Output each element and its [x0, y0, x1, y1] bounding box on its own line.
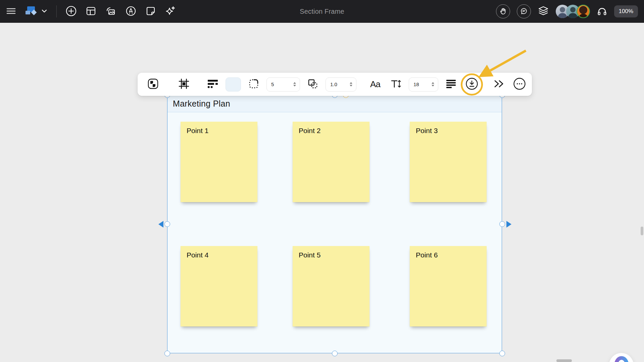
frame-button[interactable] — [176, 76, 192, 93]
comments-icon — [520, 7, 528, 16]
text-size-icon — [391, 79, 401, 90]
add-frame-left-arrow[interactable] — [158, 221, 163, 228]
text-size-button[interactable] — [388, 76, 404, 93]
board-switcher[interactable] — [25, 5, 48, 17]
double-chevron-right-icon — [493, 79, 504, 89]
border-style-button[interactable] — [246, 76, 262, 93]
note-label: Point 2 — [299, 127, 320, 134]
section-style-icon — [147, 78, 159, 90]
hand-icon — [499, 7, 507, 16]
app-logo — [25, 5, 38, 17]
resize-handle-bottom-right[interactable] — [499, 351, 505, 356]
send-to-back-button[interactable] — [464, 76, 480, 93]
stepper-down-icon[interactable] — [293, 85, 296, 86]
note-label: Point 4 — [187, 251, 208, 259]
topbar-right-tools: 100% — [496, 0, 638, 23]
media-icon — [105, 5, 116, 18]
border-width-input[interactable] — [267, 81, 293, 87]
fill-style-button[interactable] — [205, 76, 221, 93]
templates-icon — [86, 6, 96, 17]
text-align-button[interactable] — [443, 76, 459, 93]
add-frame-right-arrow[interactable] — [506, 221, 511, 228]
resize-handle-bottom-left[interactable] — [164, 351, 170, 356]
note-label: Point 6 — [416, 251, 438, 259]
more-options-button[interactable] — [511, 76, 528, 93]
border-width-stepper[interactable] — [266, 77, 300, 92]
hand-tool-button[interactable] — [496, 4, 510, 18]
zoom-level-button[interactable]: 100% — [614, 5, 638, 17]
stepper-up-icon[interactable] — [432, 82, 434, 84]
fill-color-swatch[interactable] — [226, 77, 241, 92]
topbar-left-tools — [6, 0, 176, 23]
font-icon: Aa — [370, 79, 380, 89]
sticky-note[interactable]: Point 3 — [410, 122, 487, 202]
copies-button[interactable] — [305, 76, 321, 93]
sticky-note[interactable]: Point 1 — [181, 122, 257, 202]
stepper-down-icon[interactable] — [432, 85, 434, 86]
avatar[interactable] — [577, 5, 590, 18]
resize-handle-mid-left[interactable] — [164, 221, 170, 227]
app-topbar: Section Frame — [0, 0, 644, 23]
topbar-divider — [56, 5, 57, 17]
media-button[interactable] — [105, 5, 116, 18]
add-content-button[interactable] — [65, 5, 77, 18]
opera-logo-icon — [613, 355, 630, 362]
audio-button[interactable] — [597, 6, 607, 17]
frame-title[interactable]: Marketing Plan — [173, 99, 230, 109]
sticky-note[interactable]: Point 6 — [410, 246, 487, 326]
menu-icon — [6, 6, 16, 17]
stepper-arrows[interactable] — [350, 82, 352, 86]
opacity-input[interactable] — [326, 81, 350, 87]
more-icon — [513, 77, 526, 92]
browser-overlay-button[interactable] — [609, 353, 634, 362]
section-style-button[interactable] — [145, 76, 161, 93]
canvas[interactable]: Aa — [0, 23, 644, 362]
comments-button[interactable] — [517, 4, 531, 18]
note-label: Point 3 — [416, 127, 438, 134]
sticky-note[interactable]: Point 4 — [181, 246, 257, 326]
text-align-icon — [446, 79, 456, 89]
ai-sparkle-icon — [165, 5, 176, 18]
horizontal-scrollbar[interactable] — [556, 359, 572, 362]
section-frame[interactable]: Marketing Plan Point 1 Point 2 Point 3 P… — [167, 95, 502, 353]
stepper-down-icon[interactable] — [350, 85, 352, 86]
layers-button[interactable] — [538, 5, 549, 18]
headphones-icon — [597, 6, 607, 17]
stepper-arrows[interactable] — [432, 82, 434, 86]
vertical-scrollbar[interactable] — [641, 227, 643, 235]
templates-button[interactable] — [86, 6, 96, 17]
border-style-icon — [248, 78, 259, 90]
font-size-stepper[interactable] — [409, 77, 438, 92]
main-menu-button[interactable] — [6, 6, 16, 17]
sticky-note[interactable]: Point 5 — [293, 246, 369, 326]
collaborator-avatars[interactable] — [556, 5, 590, 18]
sticky-note[interactable]: Point 2 — [293, 122, 369, 202]
note-label: Point 1 — [187, 127, 208, 134]
chevron-down-icon — [41, 8, 48, 15]
expand-toolbar-button[interactable] — [491, 76, 507, 93]
font-size-input[interactable] — [409, 81, 432, 87]
note-label: Point 5 — [299, 251, 320, 259]
copies-icon — [307, 78, 318, 90]
context-toolbar: Aa — [138, 73, 532, 96]
board-menu-chevron[interactable] — [41, 8, 48, 15]
opacity-stepper[interactable] — [326, 77, 356, 92]
sticky-note-button[interactable] — [145, 6, 156, 17]
layers-icon — [538, 5, 549, 18]
send-to-back-icon — [465, 77, 479, 92]
stepper-up-icon[interactable] — [293, 82, 296, 84]
resize-handle-bottom-center[interactable] — [332, 351, 338, 356]
add-icon — [65, 5, 77, 18]
frame-icon — [178, 78, 190, 90]
frame-body[interactable]: Point 1 Point 2 Point 3 Point 4 Point 5 … — [167, 112, 502, 353]
stepper-arrows[interactable] — [293, 82, 296, 86]
stepper-up-icon[interactable] — [350, 82, 352, 84]
draw-button[interactable] — [125, 5, 137, 18]
fill-style-icon — [207, 79, 218, 90]
font-button[interactable]: Aa — [367, 76, 383, 93]
draw-icon — [125, 5, 137, 18]
board-title: Section Frame — [300, 8, 344, 15]
ai-assist-button[interactable] — [165, 5, 176, 18]
sticky-note-icon — [145, 6, 156, 17]
resize-handle-mid-right[interactable] — [499, 221, 505, 227]
